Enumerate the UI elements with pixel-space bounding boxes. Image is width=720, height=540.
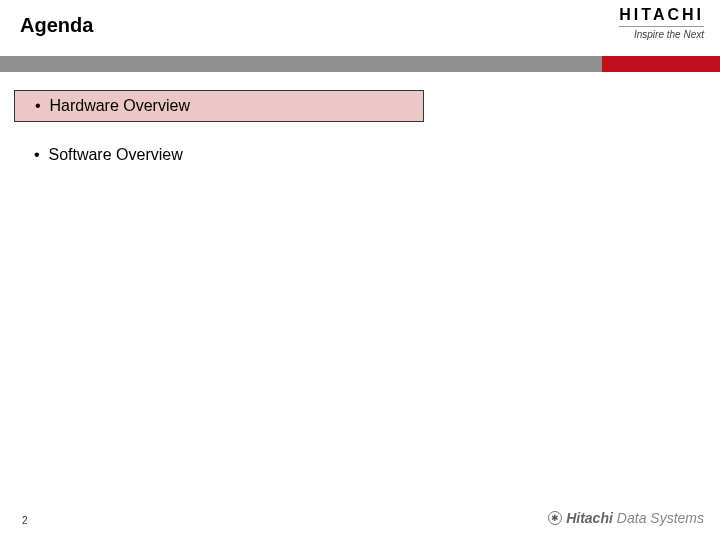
brand-tagline: Inspire the Next bbox=[619, 26, 704, 40]
agenda-item-label: Hardware Overview bbox=[49, 97, 189, 114]
bullet-icon: • bbox=[34, 146, 44, 164]
footer-logo-ds: Data Systems bbox=[617, 510, 704, 526]
agenda-item: • Software Overview bbox=[14, 140, 706, 170]
agenda-item-highlighted: • Hardware Overview bbox=[14, 90, 424, 122]
divider-bar-red bbox=[602, 56, 720, 72]
brand-logo-text: HITACHI bbox=[619, 6, 704, 24]
slide-footer: 2 ✱ Hitachi Data Systems bbox=[0, 506, 720, 530]
agenda-list: • Hardware Overview • Software Overview bbox=[14, 90, 706, 188]
agenda-item-label: Software Overview bbox=[48, 146, 182, 163]
footer-logo-mark-icon: ✱ bbox=[548, 511, 562, 525]
slide-header: Agenda HITACHI Inspire the Next bbox=[0, 0, 720, 56]
footer-logo: ✱ Hitachi Data Systems bbox=[548, 510, 704, 526]
slide-number: 2 bbox=[22, 515, 28, 526]
divider-bar bbox=[0, 56, 720, 72]
divider-bar-gray bbox=[0, 56, 602, 72]
footer-logo-hitachi: Hitachi bbox=[566, 510, 613, 526]
bullet-icon: • bbox=[35, 97, 45, 115]
brand-block: HITACHI Inspire the Next bbox=[619, 6, 704, 40]
page-title: Agenda bbox=[20, 14, 93, 37]
